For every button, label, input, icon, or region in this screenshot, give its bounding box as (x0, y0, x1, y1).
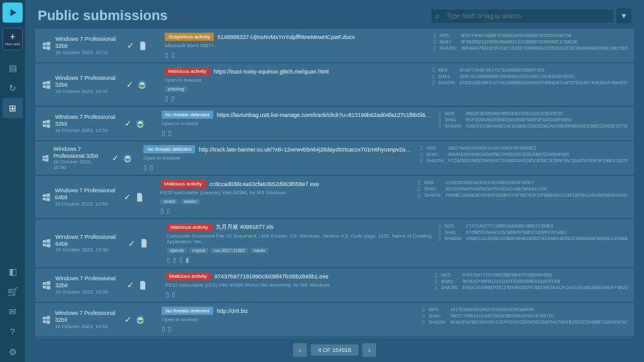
copy-icon[interactable]: ▯ (438, 117, 441, 123)
indicator-icon: ▯ (172, 291, 175, 298)
indicator-icon: ▯ (165, 95, 169, 102)
submission-row[interactable]: Windows 7 Professional 64bit 16 October … (35, 219, 634, 267)
submission-row[interactable]: Windows 7 Professional 32bit 16 October … (35, 141, 634, 175)
copy-icon[interactable]: ▯ (433, 33, 436, 38)
hash-value: 97437B977191990C0B038FA7FD5B2B94581 (462, 272, 628, 278)
sample-subtitle: PE32 executable (GUI) Intel 80386 Mono/.… (165, 282, 428, 288)
sample-name[interactable]: https://lavtunbag.us8.list-manage.com/tr… (217, 112, 432, 118)
copy-icon[interactable]: ▯ (418, 186, 420, 192)
tag[interactable]: exploit (189, 248, 208, 253)
copy-icon[interactable]: ▯ (435, 285, 437, 290)
submit-date: 16 October 2023, 10:50 (55, 128, 118, 133)
tag[interactable]: phishing (165, 86, 187, 92)
nav-submissions-icon[interactable]: ⊞ (3, 98, 23, 118)
hash-label: MD5: (426, 145, 444, 151)
pager: ‹ 4 OF 154918 › (25, 338, 644, 362)
indicator-icon: ▯ (162, 326, 165, 332)
nav-help-icon[interactable]: ? (3, 322, 23, 342)
copy-icon[interactable]: ▯ (438, 236, 441, 241)
os-name: Windows 7 Professional 64bit (55, 187, 118, 201)
sample-name[interactable]: https://east-noisy-equinox.glitch.me/qua… (214, 69, 329, 75)
hash-value: 9F1B300212188062BAB01C2218896ECE55692C17… (461, 39, 628, 45)
search-icon (431, 9, 614, 23)
plus-icon: + (10, 32, 15, 41)
tag[interactable]: opendir (167, 248, 187, 253)
copy-icon[interactable]: ▯ (432, 80, 435, 85)
hash-label: MD5: (438, 67, 456, 74)
check-icon: ✓ (128, 239, 135, 248)
os-name: Windows 7 Professional 32bit (55, 36, 121, 50)
submission-row[interactable]: Windows 7 Professional 32bit 16 October … (35, 268, 634, 302)
copy-icon[interactable]: ▯ (420, 158, 423, 163)
hash-label: SHA256: (441, 285, 458, 291)
hash-value: 8E6CFB9679688F019B68389DEB646CB35D6429EF… (461, 33, 628, 39)
copy-icon[interactable]: ▯ (435, 278, 437, 284)
copy-icon[interactable]: ▯ (438, 123, 441, 129)
submission-row[interactable]: Windows 7 Professional 32bit 16 October … (35, 29, 634, 62)
nav-cart-icon[interactable]: 🛒 (3, 282, 23, 302)
copy-icon[interactable]: ▯ (435, 272, 437, 278)
pager-prev-button[interactable]: ‹ (293, 343, 307, 357)
copy-icon[interactable]: ▯ (418, 192, 420, 198)
tag[interactable]: loader (250, 248, 269, 253)
tag[interactable]: stealer (180, 199, 200, 204)
check-icon: ✓ (127, 280, 134, 290)
hash-value: C147SAEFTC1985E2AB485F4BB617309E8 (466, 223, 628, 229)
nav-mail-icon[interactable]: ✉ (3, 302, 23, 322)
copy-icon[interactable]: ▯ (420, 145, 423, 151)
sample-name[interactable]: cc8ccad038c4a93cfa60b52d963f058e7.exe (209, 181, 319, 187)
submission-row[interactable]: Windows 7 Professional 32bit 16 October … (35, 107, 634, 140)
nav-settings-icon[interactable]: ⚙ (3, 342, 23, 362)
filter-button[interactable]: ▼ (616, 8, 631, 23)
submission-row[interactable]: Windows 7 Professional 32bit 16 October … (35, 303, 634, 336)
copy-icon[interactable]: ▯ (422, 319, 425, 325)
nav-user-icon[interactable]: ◧ (3, 261, 23, 282)
search-input[interactable] (431, 9, 614, 23)
submission-row[interactable]: Windows 7 Professional 32bit 16 October … (35, 63, 634, 106)
copy-icon[interactable]: ▯ (422, 307, 425, 312)
copy-icon[interactable]: ▯ (438, 223, 441, 229)
hash-label: SHA256: (426, 158, 444, 164)
copy-icon[interactable]: ▯ (422, 313, 425, 319)
hash-value: 43BC4214B94E0983D6469AD3CED0BC19CB3A3878… (460, 74, 628, 80)
copy-icon[interactable]: ▯ (418, 180, 420, 185)
copy-icon[interactable]: ▯ (432, 74, 435, 79)
nav-history-icon[interactable]: ↻ (3, 78, 23, 98)
submission-row[interactable]: Windows 7 Professional 64bit 16 October … (35, 176, 634, 218)
logo[interactable] (3, 3, 23, 23)
hash-label: SHA256: (445, 123, 462, 129)
sample-name[interactable]: http://track.late-banner.co.uk/?xtl=12wr… (199, 146, 414, 153)
hash-value: 6745B5916A641C6CB6B49768F221898FF2F14B1 (466, 229, 628, 236)
copy-icon[interactable]: ▯ (433, 45, 436, 51)
copy-icon[interactable]: ▯ (420, 151, 423, 157)
indicator-icon: ▯ (165, 291, 169, 298)
copy-icon[interactable]: ▯ (438, 111, 441, 116)
new-task-button[interactable]: + New task (3, 28, 23, 50)
tag[interactable]: cve-2017-11882 (210, 248, 248, 253)
hash-value: 816D21D1B44ABE14119384EC5183E58CA246B499… (466, 123, 628, 129)
copy-icon[interactable]: ▯ (438, 229, 441, 235)
hash-value: 06A41648D44B6193A956CD405C9D2EBC68A7D143… (448, 151, 628, 158)
submissions-list: Windows 7 Professional 32bit 16 October … (25, 29, 644, 338)
pager-next-button[interactable]: › (362, 343, 376, 357)
nav-dashboard-icon[interactable]: ▤ (3, 58, 23, 78)
activity-badge: No threats detected (162, 111, 213, 119)
sample-subtitle: Open in browser (162, 317, 416, 322)
hash-label: MD5: (445, 111, 462, 117)
activity-badge: Malicious activity (160, 180, 206, 188)
sample-name[interactable]: 5148886337-UjInsNvMxYnYulpffNtneMnwHCpwF… (218, 34, 355, 40)
activity-badge: Malicious activity (165, 272, 211, 280)
hash-label: SHA256: (445, 236, 462, 242)
hash-value: 4DA63FAF0BCB422941307F6D3CC0D5E96CD8D5A1… (450, 319, 628, 326)
hash-label: SHA1: (441, 278, 458, 285)
hash-label: MD5: (441, 272, 458, 278)
indicator-icon: ▯ (165, 52, 169, 58)
hash-label: SHA1: (426, 151, 444, 158)
tag[interactable]: xhash (160, 199, 179, 204)
copy-icon[interactable]: ▯ (432, 67, 435, 73)
sample-name[interactable]: 九月月账 40981677.xls (216, 223, 274, 231)
copy-icon[interactable]: ▯ (433, 39, 436, 45)
hash-value: 90E2ESE65940D4B5DEBC51B1223CE2EE5F30 (466, 111, 628, 117)
sample-name[interactable]: http://dr6.biz (217, 308, 248, 314)
sample-name[interactable]: 97437b977191990c5038f47fc05b2845b1.exe (214, 273, 328, 280)
